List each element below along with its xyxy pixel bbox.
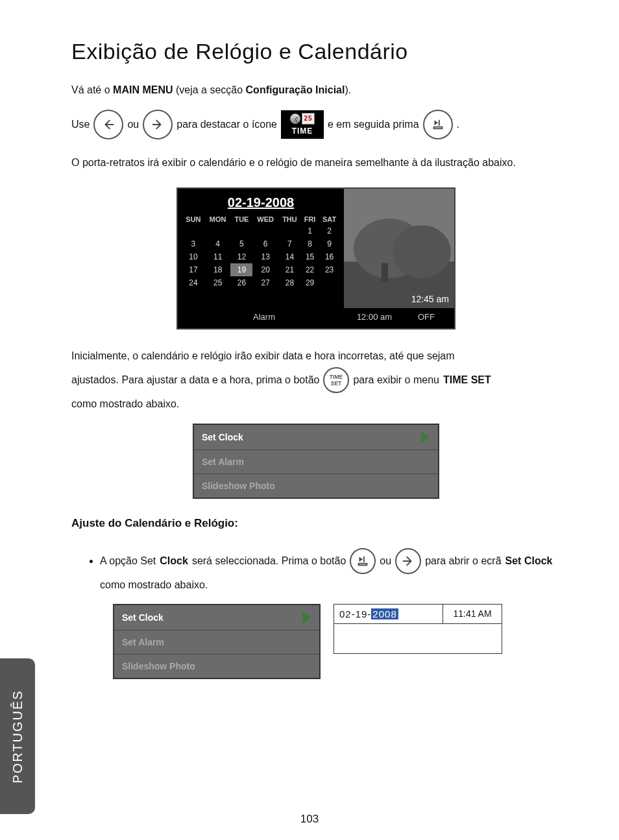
calendar-date: 02-19-2008 <box>182 195 340 210</box>
text: para abrir o ecrã <box>425 554 501 568</box>
dow-header: THU <box>278 214 301 224</box>
calendar-cell: 8 <box>301 237 319 250</box>
calendar-cell: 7 <box>278 237 301 250</box>
triangle-right-icon <box>421 431 430 443</box>
dow-header: FRI <box>301 214 319 224</box>
calendar-cell: 5 <box>230 237 252 250</box>
time-icon-label: TIME <box>292 126 313 136</box>
language-tab: PORTUGUÊS <box>0 658 35 814</box>
calendar-cell: 14 <box>278 250 301 263</box>
calendar-cell: 21 <box>278 263 301 276</box>
dow-header: SAT <box>319 214 340 224</box>
time-set-button-icon: TIME SET <box>323 367 349 393</box>
text-bold: MAIN MENU <box>113 84 173 95</box>
menu-item-label: Set Alarm <box>202 457 244 467</box>
text: A opção Set <box>100 554 156 568</box>
alarm-label: Alarm <box>183 312 345 322</box>
svg-point-4 <box>393 225 451 278</box>
clock-display: 12:45 am <box>411 294 449 304</box>
calendar-cell: 29 <box>301 276 319 289</box>
set-clock-panel: 02-19-2008 11:41 AM <box>334 604 502 654</box>
text-bold: TIME SET <box>443 373 491 387</box>
paragraph: O porta-retratos irá exibir o calendário… <box>71 155 561 171</box>
svg-rect-6 <box>359 563 367 565</box>
text: para exibir o menu <box>353 373 439 387</box>
text: para destacar o ícone <box>176 117 277 132</box>
list-item: A opção Set Clock será seleccionada. Pri… <box>100 548 561 592</box>
time-set-menu: Set Clock Set Alarm Slideshow Photo <box>113 604 321 679</box>
panel-blank-row <box>334 624 502 654</box>
menu-item-slideshow-photo: Slideshow Photo <box>194 474 438 498</box>
menu-item-set-alarm: Set Alarm <box>194 450 438 474</box>
text: será seleccionada. Prima o botão <box>192 554 346 568</box>
text: como mostrado abaixo. <box>71 397 179 411</box>
arrow-right-icon <box>143 110 173 139</box>
calendar-cell <box>230 224 252 237</box>
calendar-cell: 12 <box>230 250 252 263</box>
language-label: PORTUGUÊS <box>10 690 25 783</box>
paragraph: ajustados. Para ajustar a data e a hora,… <box>71 367 561 411</box>
time-set-menu: Set Clock Set Alarm Slideshow Photo <box>193 424 439 499</box>
text: ). <box>345 84 351 95</box>
calendar-cell: 13 <box>252 250 278 263</box>
date-year-selected: 2008 <box>371 608 398 619</box>
calendar-cell: 20 <box>252 263 278 276</box>
calendar-icon: 25 <box>302 113 315 125</box>
menu-item-label: Slideshow Photo <box>202 481 275 491</box>
svg-rect-0 <box>433 127 442 129</box>
text: (veja a secção <box>173 84 245 95</box>
calendar-cell: 19 <box>230 263 252 276</box>
calendar-cell: 11 <box>205 250 231 263</box>
calendar-cell <box>319 276 340 289</box>
text-bold: Clock <box>160 554 188 568</box>
text: Inicialmente, o calendário e relógio irã… <box>71 349 455 363</box>
calendar-cell <box>252 224 278 237</box>
play-pause-icon <box>423 110 453 139</box>
text: ou <box>380 554 391 568</box>
text: ajustados. Para ajustar a data e a hora,… <box>71 373 319 387</box>
calendar-cell: 16 <box>319 250 340 263</box>
text: como mostrado abaixo. <box>100 578 208 592</box>
menu-item-slideshow-photo: Slideshow Photo <box>114 654 319 678</box>
menu-item-label: Set Clock <box>202 432 243 442</box>
dow-header: WED <box>252 214 278 224</box>
text: Vá até o <box>71 84 113 95</box>
instruction-line: Use ou para destacar o ícone 25 TIME e e… <box>71 110 561 139</box>
menu-item-set-clock: Set Clock <box>114 605 319 630</box>
menu-item-label: Set Clock <box>122 612 164 623</box>
date-prefix: 02-19- <box>339 608 371 619</box>
calendar-cell: 10 <box>182 250 205 263</box>
calendar-cell: 28 <box>278 276 301 289</box>
calendar-cell: 17 <box>182 263 205 276</box>
calendar-cell: 9 <box>319 237 340 250</box>
time-field: 11:41 AM <box>443 605 502 623</box>
text: . <box>457 117 459 132</box>
calendar-cell <box>205 224 231 237</box>
subheading: Ajuste do Calendário e Relógio: <box>71 517 561 530</box>
text: e em seguida prima <box>328 117 419 132</box>
calendar-cell: 1 <box>301 224 319 237</box>
arrow-left-icon <box>93 110 123 139</box>
menu-item-label: Set Alarm <box>122 637 164 647</box>
text: Use <box>71 117 90 132</box>
arrow-right-icon <box>395 548 421 574</box>
calendar-cell: 15 <box>301 250 319 263</box>
intro-paragraph: Vá até o MAIN MENU (veja a secção Config… <box>71 82 561 98</box>
alarm-state: OFF <box>404 312 449 322</box>
calendar-cell: 4 <box>205 237 231 250</box>
calendar-cell <box>278 224 301 237</box>
calendar-cell: 2 <box>319 224 340 237</box>
calendar-cell: 26 <box>230 276 252 289</box>
photo-thumbnail: 12:45 am <box>344 189 454 308</box>
dow-header: SUN <box>182 214 205 224</box>
alarm-time: 12:00 am <box>345 312 404 322</box>
calendar-cell: 6 <box>252 237 278 250</box>
calendar-cell: 22 <box>301 263 319 276</box>
dow-header: TUE <box>230 214 252 224</box>
menu-item-label: Slideshow Photo <box>122 661 195 671</box>
paragraph: Inicialmente, o calendário e relógio irã… <box>71 349 561 363</box>
svg-rect-5 <box>382 263 388 282</box>
dow-header: MON <box>205 214 231 224</box>
text-bold: Set Clock <box>505 554 553 568</box>
page-title: Exibição de Relógio e Calendário <box>71 39 561 64</box>
